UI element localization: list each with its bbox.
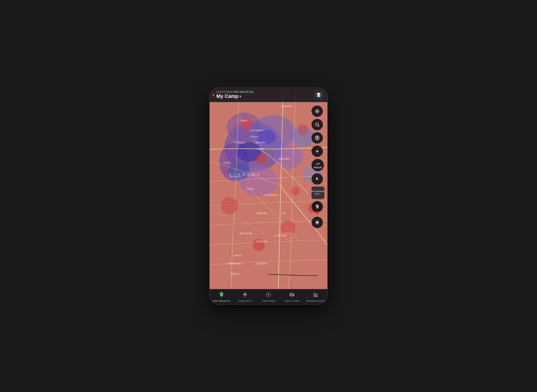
sightings-icon [266,292,271,299]
camp-selector[interactable]: My Camp ▾ [216,93,254,99]
bottom-nav: MAP OBJECTS HARVESTS [210,289,327,304]
trace-label: TRACE [313,166,322,169]
sun-button[interactable] [312,217,323,228]
svg-rect-55 [317,293,317,297]
svg-rect-54 [316,294,316,297]
locate-button[interactable] [312,106,323,117]
svg-point-13 [256,154,266,164]
layers-button[interactable] [314,90,323,100]
counter-badge-group[interactable]: 9 [312,201,323,215]
svg-point-31 [316,221,318,223]
nav-label-reservations: RESERVATIONS [306,300,325,302]
map-pin [315,211,319,215]
phone-frame: ‹ HUNTSTAND PRO WHITETAIL My Camp ▾ [209,87,328,305]
svg-point-45 [268,294,269,295]
svg-point-12 [240,117,253,130]
harvests-icon [242,292,248,299]
counter-badge[interactable]: 9 [312,201,323,212]
svg-rect-52 [314,292,314,297]
add-button[interactable] [312,146,323,157]
back-button[interactable]: ‹ [213,92,214,98]
svg-point-16 [253,239,265,251]
svg-line-38 [316,224,316,224]
svg-marker-30 [318,163,320,164]
svg-point-22 [315,109,319,113]
right-toolbar: TRACE NATIONWIDE RUT... 9 [312,106,324,228]
nav-item-harvests[interactable]: HARVESTS [233,291,257,303]
nav-item-map-objects[interactable]: MAP OBJECTS [210,291,233,303]
svg-point-14 [297,124,308,135]
svg-marker-27 [317,137,318,139]
map-objects-icon [219,292,224,299]
svg-point-40 [221,293,222,295]
svg-point-19 [291,187,300,196]
nav-item-reservations[interactable]: RESERVATIONS [304,291,327,303]
nav-label-map-objects: MAP OBJECTS [213,300,230,302]
header-brand: HUNTSTAND PRO WHITETAIL [216,91,254,93]
header-left: ‹ HUNTSTAND PRO WHITETAIL My Camp ▾ [213,91,254,99]
svg-rect-51 [290,293,292,293]
svg-line-36 [316,221,316,221]
nav-label-trail-cams: TRAIL CAMS [285,300,299,302]
svg-line-39 [318,221,319,221]
svg-point-18 [221,197,238,214]
svg-point-11 [228,163,250,180]
svg-point-10 [256,130,276,145]
svg-point-4 [273,145,303,169]
map-container[interactable]: ALABAMA Birmingham Tuscaloosa Montgomery… [210,88,327,289]
reservations-icon [313,292,318,299]
search-button[interactable] [312,119,323,130]
svg-point-15 [281,220,296,235]
nav-item-sightings[interactable]: SIGHTINGS [257,291,280,303]
svg-rect-53 [315,293,315,297]
svg-point-21 [317,111,318,112]
nav-item-trail-cams[interactable]: TRAIL CAMS [280,291,304,303]
nav-label-harvests: HARVESTS [238,300,251,302]
header: ‹ HUNTSTAND PRO WHITETAIL My Camp ▾ [210,88,327,102]
header-title-area: HUNTSTAND PRO WHITETAIL My Camp ▾ [216,91,254,99]
trace-button[interactable]: TRACE [312,159,324,171]
touch-button[interactable] [312,173,323,185]
rut-label: NATIONWIDE RUT... [311,190,325,195]
svg-point-50 [291,295,292,295]
svg-line-37 [318,224,319,224]
svg-point-23 [315,123,318,126]
trail-cams-icon [289,292,295,299]
rut-button[interactable]: NATIONWIDE RUT... [312,187,324,199]
svg-line-24 [318,126,319,127]
navigate-button[interactable] [312,132,323,144]
nav-label-sightings: SIGHTINGS [262,300,275,302]
